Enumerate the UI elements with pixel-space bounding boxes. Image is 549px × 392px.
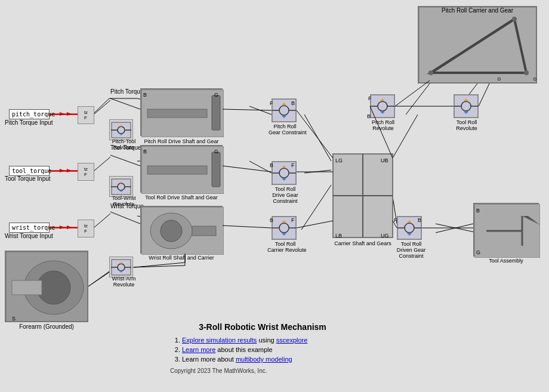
pitch-tool-revolute xyxy=(109,119,133,140)
tool-roll-revolute-label: Tool RollRevolute xyxy=(449,119,484,131)
forearm-grounded: S xyxy=(5,251,88,322)
svg-rect-107 xyxy=(12,280,42,295)
pitch-roll-gear-label: Pitch RollGear Constraint xyxy=(269,124,301,135)
svg-marker-118 xyxy=(60,112,64,116)
pitch-gear-f-port: F xyxy=(270,100,273,106)
explore-simulation-link[interactable]: Explore simulation results xyxy=(182,337,257,344)
tool-roll-drive-shaft: B G xyxy=(140,145,223,193)
svg-rect-50 xyxy=(212,95,220,130)
svg-marker-120 xyxy=(60,169,64,172)
tool-roll-carrier-label: Tool RollCarrier Revolute xyxy=(267,241,303,253)
pitch-torque-source: pitch_torque xyxy=(9,109,50,119)
svg-line-128 xyxy=(110,155,140,166)
pitch-roll-revolute xyxy=(370,94,395,118)
pitch-mux-block: tzF xyxy=(78,106,94,124)
info-item-2: Learn more about this example xyxy=(182,346,355,353)
multibody-link[interactable]: multibody modeling xyxy=(236,356,292,363)
pitch-roll-revolute-label: Pitch RollRevolute xyxy=(366,119,400,131)
svg-text:S: S xyxy=(12,316,16,322)
svg-marker-122 xyxy=(60,226,64,229)
tool-roll-driven-gear-label: Tool RollDriven GearConstraint xyxy=(393,241,430,259)
pitch-roll-drive-shaft-visual: B G xyxy=(141,89,224,137)
svg-line-137 xyxy=(395,81,430,106)
tool-drive-gear-b-port: B xyxy=(270,162,273,168)
svg-line-3 xyxy=(92,98,109,115)
info-item-1: Explore simulation results using sscexpl… xyxy=(182,337,355,344)
wrist-arm-revolute xyxy=(109,257,133,277)
svg-line-135 xyxy=(297,221,333,228)
svg-line-130 xyxy=(223,109,272,110)
svg-line-9 xyxy=(249,161,272,173)
sscexplore-link[interactable]: sscexplore xyxy=(276,337,308,344)
tool-roll-drive-gear-label: Tool RollDrive GearConstraint xyxy=(267,186,303,204)
learn-more-link[interactable]: Learn more xyxy=(182,346,215,353)
wrist-roll-shaft-label: Wrist Roll Shaft and Carrier xyxy=(140,255,223,261)
pitch-roll-carrier-label: Pitch Roll Carrier and Gear xyxy=(418,7,537,14)
svg-line-143 xyxy=(133,266,185,267)
pitch-roll-drive-shaft: B G xyxy=(140,88,223,136)
svg-rect-23 xyxy=(333,154,393,237)
pitch-roll-revolute-icon xyxy=(371,95,394,118)
svg-text:UB: UB xyxy=(381,158,388,163)
svg-marker-121 xyxy=(67,169,72,172)
svg-rect-55 xyxy=(212,152,220,187)
svg-line-126 xyxy=(94,214,110,227)
svg-text:LB: LB xyxy=(335,233,342,239)
pitch-rev-f-port: F xyxy=(368,95,372,101)
wrist-mux-block: tzF xyxy=(78,220,94,237)
pitch-tool-revolute-label: Pitch-ToolRevolute xyxy=(104,138,143,150)
tool-assembly-visual: B G xyxy=(474,204,540,258)
diagram-title: 3-Roll Robotic Wrist Mechanism xyxy=(170,322,355,332)
svg-line-21 xyxy=(436,224,473,233)
svg-text:UG: UG xyxy=(381,233,389,239)
svg-rect-49 xyxy=(147,109,207,118)
pitch-gear-b-port: B xyxy=(291,100,295,106)
svg-line-18 xyxy=(134,263,185,267)
svg-marker-123 xyxy=(67,226,72,229)
svg-text:B: B xyxy=(476,208,480,214)
tool-roll-drive-shaft-visual: B G xyxy=(141,146,224,194)
tool-roll-revolute-icon xyxy=(454,95,478,118)
tool-torque-input-label: Tool Torque Input xyxy=(5,175,51,182)
svg-text:B: B xyxy=(143,92,147,98)
svg-line-11 xyxy=(304,170,331,173)
tool-mux-block: tzF xyxy=(78,163,94,181)
svg-marker-119 xyxy=(67,112,72,116)
svg-text:G: G xyxy=(476,249,480,255)
info-section: 3-Roll Robotic Wrist Mechanism Explore s… xyxy=(170,322,355,374)
tool-wrist-revolute xyxy=(109,176,133,197)
wrist-roll-shaft xyxy=(140,206,223,254)
carrier-shaft-label: Carrier Shaft and Gears xyxy=(333,240,393,246)
wrist-torque-source: wrist_torque xyxy=(9,223,50,233)
svg-line-16 xyxy=(436,224,477,233)
pitch-roll-carrier-visual xyxy=(419,7,537,84)
tool-wrist-revolute-icon xyxy=(111,178,131,195)
tool-drive-gear-f-port: F xyxy=(291,162,295,168)
wrist-arm-revolute-icon xyxy=(111,259,131,276)
svg-line-125 xyxy=(94,157,110,171)
pitch-tool-revolute-icon xyxy=(111,122,131,138)
svg-point-60 xyxy=(161,220,182,242)
pitch-roll-drive-label: Pitch Roll Drive Shaft and Gear xyxy=(140,138,223,144)
svg-text:G: G xyxy=(214,149,218,155)
svg-line-127 xyxy=(110,98,140,109)
tool-torque-value: tool_torque xyxy=(12,168,51,174)
tool-roll-drive-label: Tool Roll Drive Shaft and Gear xyxy=(140,195,223,200)
svg-line-14 xyxy=(406,84,430,115)
carrier-rev-b-port: B xyxy=(270,217,273,223)
pitch-roll-carrier xyxy=(418,6,537,84)
pitch-rev-b-port: B xyxy=(367,113,371,119)
tool-assembly-label: Tool Assembly xyxy=(473,258,539,264)
svg-rect-61 xyxy=(192,226,216,236)
tool-torque-source: tool_torque xyxy=(9,166,50,176)
svg-point-114 xyxy=(512,17,517,21)
pitch-torque-value: pitch_torque xyxy=(12,111,55,118)
copyright: Copyright 2023 The MathWorks, Inc. xyxy=(170,368,355,374)
svg-text:G: G xyxy=(214,92,218,98)
svg-line-8 xyxy=(249,106,272,115)
forearm-visual: S xyxy=(6,252,88,322)
svg-line-138 xyxy=(479,84,489,106)
svg-text:LG: LG xyxy=(335,158,343,163)
driven-gear-f-port: F xyxy=(394,217,397,223)
wrist-torque-value: wrist_torque xyxy=(12,224,55,231)
